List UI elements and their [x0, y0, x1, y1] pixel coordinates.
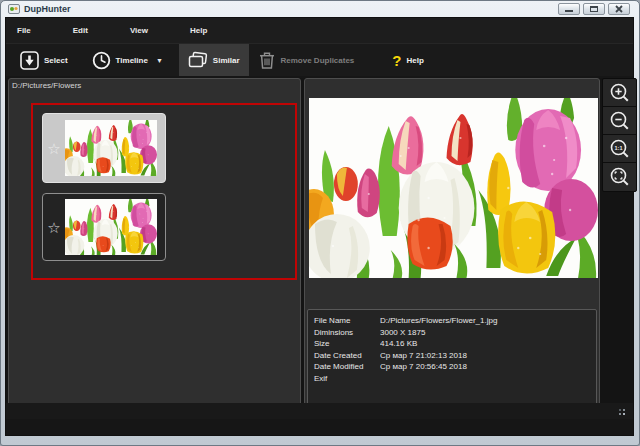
thumbnail-duplicate-2[interactable]: ☆: [42, 193, 166, 261]
similar-label: Similar: [213, 56, 240, 65]
maximize-button[interactable]: [583, 3, 605, 15]
thumbnail-photo: [65, 120, 157, 176]
menu-help[interactable]: Help: [190, 26, 207, 35]
app-content: File Edit View Help Select Timeline: [5, 17, 634, 436]
app-window: DupHunter File Edit View Help: [0, 0, 640, 446]
zoom-out-icon: [609, 110, 631, 132]
window-controls: [558, 3, 630, 15]
status-bar: [6, 403, 633, 419]
titlebar: DupHunter: [1, 1, 639, 17]
minimize-button[interactable]: [558, 3, 580, 15]
info-row-dimensions: Diminsions 3000 X 1875: [314, 327, 592, 339]
fit-to-window-icon: [609, 166, 631, 188]
preview-image: [309, 98, 598, 278]
maximize-icon: [590, 6, 598, 12]
close-icon: [615, 5, 623, 13]
select-button[interactable]: Select: [16, 44, 77, 76]
duplicates-panel: D:/Pictures/Flowers ☆ ☆: [8, 78, 301, 419]
timeline-label: Timeline: [116, 56, 148, 65]
menu-edit[interactable]: Edit: [73, 26, 88, 35]
tulips-photo: [309, 98, 598, 278]
actual-size-button[interactable]: 1:1: [603, 135, 636, 163]
menu-view[interactable]: View: [130, 26, 148, 35]
app-icon: [8, 0, 20, 18]
info-row-date-created: Date Created Ср мар 7 21:02:13 2018: [314, 350, 592, 362]
help-button[interactable]: ? Help: [383, 44, 433, 76]
thumbnail-duplicate-1[interactable]: ☆: [42, 113, 166, 183]
zoom-out-button[interactable]: [603, 107, 636, 135]
menu-file[interactable]: File: [17, 26, 31, 35]
similar-photos-icon: [188, 51, 208, 69]
resize-grip-icon[interactable]: [617, 407, 625, 415]
main-area: D:/Pictures/Flowers ☆ ☆: [6, 78, 633, 419]
toolbar: Select Timeline ▼ Similar: [6, 43, 633, 76]
remove-duplicates-label: Remove Duplicates: [281, 56, 355, 65]
similar-button[interactable]: Similar: [179, 44, 249, 76]
info-row-date-modified: Date Modified Ср мар 7 20:56:45 2018: [314, 361, 592, 373]
info-row-size: Size 414.16 KB: [314, 338, 592, 350]
help-question-icon: ?: [392, 53, 401, 68]
close-button[interactable]: [608, 3, 630, 15]
zoom-in-button[interactable]: [603, 79, 636, 107]
duplicate-group: ☆ ☆: [31, 103, 297, 280]
timeline-dropdown-icon[interactable]: ▼: [156, 57, 163, 64]
folder-path: D:/Pictures/Flowers: [12, 81, 81, 90]
svg-text:1:1: 1:1: [614, 144, 622, 150]
remove-duplicates-button[interactable]: Remove Duplicates: [249, 44, 364, 76]
zoom-in-icon: [609, 82, 631, 104]
window-title: DupHunter: [24, 4, 71, 14]
fit-to-window-button[interactable]: [603, 163, 636, 191]
info-row-filename: File Name D:/Pictures/Flowers/Flower_1.j…: [314, 315, 592, 327]
timeline-clock-icon: [92, 51, 111, 70]
thumbnail-photo: [65, 199, 157, 255]
star-icon[interactable]: ☆: [43, 141, 65, 156]
info-row-exif: Exif: [314, 373, 592, 385]
timeline-button[interactable]: Timeline ▼: [83, 44, 172, 76]
minimize-icon: [565, 10, 573, 12]
actual-size-icon: 1:1: [609, 138, 631, 160]
select-label: Select: [44, 56, 68, 65]
star-icon[interactable]: ☆: [43, 220, 65, 235]
select-icon: [20, 51, 39, 70]
help-label: Help: [407, 56, 424, 65]
preview-panel: File Name D:/Pictures/Flowers/Flower_1.j…: [304, 78, 600, 419]
menubar: File Edit View Help: [6, 18, 633, 43]
trash-icon: [258, 51, 276, 70]
zoom-toolbar: 1:1: [602, 78, 637, 192]
file-info-panel: File Name D:/Pictures/Flowers/Flower_1.j…: [307, 309, 597, 416]
